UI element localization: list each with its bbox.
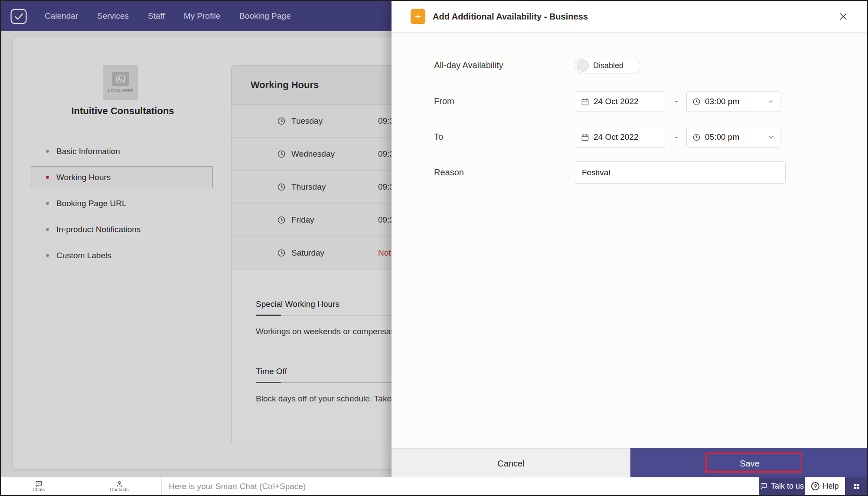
- add-availability-drawer: Add Additional Availability - Business A…: [392, 1, 868, 479]
- chats-label: Chats: [33, 487, 45, 492]
- talk-to-us-button[interactable]: Talk to us: [759, 477, 805, 495]
- drawer-form: All-day Availability Disabled From 24 Oc…: [392, 33, 868, 448]
- contacts-button[interactable]: Contacts: [108, 477, 131, 495]
- nav-item-booking-page[interactable]: Booking Page: [239, 11, 290, 21]
- save-button-label: Save: [740, 459, 760, 469]
- calendar-icon: [581, 133, 589, 141]
- bookings-logo-icon[interactable]: [9, 6, 29, 26]
- cancel-button[interactable]: Cancel: [392, 448, 630, 479]
- to-time-value: 05:00 pm: [705, 132, 739, 142]
- toggle-state-label: Disabled: [593, 61, 623, 70]
- to-label: To: [434, 132, 443, 142]
- drawer-header: Add Additional Availability - Business: [392, 1, 868, 33]
- from-time-value: 03:00 pm: [705, 97, 739, 106]
- talk-to-us-label: Talk to us: [771, 482, 804, 491]
- drawer-footer: Cancel Save: [392, 448, 868, 479]
- reason-label: Reason: [434, 168, 464, 177]
- from-date-value: 24 Oct 2022: [594, 97, 639, 106]
- modal-backdrop: [1, 31, 392, 477]
- main-menu: Calendar Services Staff My Profile Booki…: [45, 11, 291, 21]
- nav-item-services[interactable]: Services: [97, 11, 129, 21]
- contacts-label: Contacts: [110, 487, 128, 492]
- apps-grid-button[interactable]: [845, 477, 867, 495]
- save-button[interactable]: Save: [630, 448, 868, 479]
- grid-icon: [852, 483, 860, 490]
- smart-chat-input[interactable]: [161, 477, 551, 495]
- from-time-field[interactable]: 03:00 pm: [686, 91, 780, 112]
- all-day-availability-label: All-day Availability: [434, 60, 503, 70]
- clock-icon: [692, 133, 701, 141]
- reason-input[interactable]: [575, 161, 786, 184]
- nav-item-staff[interactable]: Staff: [148, 11, 165, 21]
- chats-button[interactable]: Chats: [27, 477, 50, 495]
- chat-bubble-icon: [35, 481, 42, 487]
- help-label: Help: [822, 482, 839, 491]
- to-date-field[interactable]: 24 Oct 2022: [575, 127, 665, 148]
- drawer-title: Add Additional Availability - Business: [433, 12, 588, 22]
- to-time-field[interactable]: 05:00 pm: [686, 127, 780, 148]
- nav-item-calendar[interactable]: Calendar: [45, 11, 78, 21]
- to-date-value: 24 Oct 2022: [594, 132, 639, 142]
- app-window: Calendar Services Staff My Profile Booki…: [0, 0, 868, 496]
- chevron-down-icon: [767, 134, 774, 141]
- close-icon[interactable]: [838, 11, 848, 22]
- contacts-icon: [116, 481, 123, 487]
- from-label: From: [434, 96, 454, 106]
- all-day-toggle[interactable]: Disabled: [575, 58, 640, 73]
- help-icon: ?: [811, 482, 819, 490]
- nav-item-my-profile[interactable]: My Profile: [184, 11, 220, 21]
- clock-icon: [692, 98, 701, 106]
- help-button[interactable]: ? Help: [805, 477, 845, 495]
- calendar-icon: [581, 98, 589, 106]
- plus-icon: [411, 9, 425, 24]
- range-separator: -: [669, 132, 684, 142]
- from-date-field[interactable]: 24 Oct 2022: [575, 91, 665, 112]
- chevron-down-icon: [767, 98, 774, 105]
- range-separator: -: [669, 96, 684, 106]
- talk-bubble-icon: [760, 483, 767, 489]
- smart-chat-bar: Chats Contacts Talk to us ? Help: [1, 477, 867, 495]
- toggle-knob-icon: [577, 59, 589, 72]
